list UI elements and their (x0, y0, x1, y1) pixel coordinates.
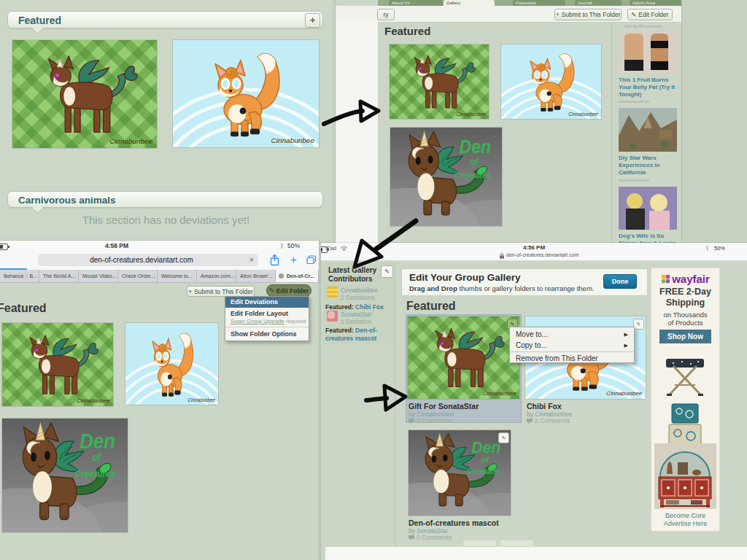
artwork-chibi-fox[interactable] (125, 323, 218, 405)
deviation-comments: 0 Comments (409, 534, 452, 541)
artwork-chibi-fox[interactable] (173, 40, 319, 147)
collage-canvas: Cinnabunbee (0, 0, 747, 560)
stop-loading-icon[interactable]: × (249, 255, 254, 264)
submit-to-folder-button[interactable]: + Submit to This Folder (554, 9, 622, 20)
ad-image-starwars[interactable] (619, 108, 677, 152)
artwork-plaid-creature[interactable] (390, 44, 489, 119)
browser-tab-active[interactable]: Den-of-Cr... (276, 270, 319, 282)
ad-image-fitness[interactable] (619, 31, 677, 74)
ads-divider (611, 22, 612, 252)
wayfair-logo: wayfair (651, 273, 719, 285)
pagination-stub[interactable] (500, 540, 533, 546)
edit-folder-button-pressed[interactable]: ✎ Edit Folder (266, 284, 311, 297)
ad-line2: Shipping (651, 298, 719, 308)
advertise-footer-line2[interactable]: Advertise Here (651, 520, 719, 527)
artwork-plaid-creature[interactable] (408, 316, 519, 399)
page-footer (325, 547, 747, 560)
deviation-context-menu: Move to... ▶ Copy to... ▶ Remove from Th… (509, 327, 635, 363)
featured-heading: Featured (384, 25, 430, 37)
edit-deviation-button[interactable]: ✎ (633, 319, 644, 330)
browser-tab[interactable]: Behance :: B... (0, 270, 39, 282)
artwork-den-mascot[interactable] (390, 128, 502, 226)
ad-line3: on Thousands (651, 311, 719, 319)
menu-item-copy-to[interactable]: Copy to... ▶ (510, 340, 634, 351)
menu-item-show-folder-options[interactable]: Show Folder Options (231, 330, 297, 338)
artwork-den-mascot[interactable] (409, 430, 511, 516)
artwork-chibi-fox[interactable] (501, 44, 601, 119)
artwork-den-mascot[interactable] (2, 419, 128, 532)
featured-deviation-link[interactable]: Chibi Fox (355, 303, 384, 311)
status-bar: iPad 4:56 PM den-of-creatures.deviantart… (321, 243, 747, 261)
empty-section-message: This section has no deviations yet! (0, 214, 332, 226)
browser-tab[interactable]: Amazon.com... (197, 270, 236, 282)
pagination-stub[interactable] (463, 540, 496, 546)
battery-icon (321, 246, 328, 253)
page-margin (336, 22, 379, 252)
browser-tab[interactable]: Alton Brown'... (236, 270, 276, 282)
edit-gallery-title: Edit Your Group Gallery (409, 272, 521, 283)
ad-image-couple[interactable] (619, 187, 677, 230)
new-tab-icon[interactable]: + (290, 253, 297, 265)
share-icon[interactable] (270, 254, 279, 266)
contributor-name[interactable]: SonataStar (341, 311, 372, 318)
status-url: den-of-creatures.deviantart.com (506, 252, 578, 257)
submit-to-folder-button[interactable]: + Submit to This Folder (187, 286, 255, 297)
tab-gallery[interactable]: Gallery (444, 0, 495, 6)
comment-bubble-icon (527, 419, 533, 424)
carnivorous-section-title: Carnivorous animals (18, 195, 116, 206)
deviation-card[interactable]: ✎ Den-of-creatures mascot by SonataStar … (409, 430, 511, 541)
wayfair-ad[interactable]: wayfair FREE 2-Day Shipping on Thousands… (651, 268, 719, 531)
menu-item-move-to[interactable]: Move to... ▶ (510, 329, 634, 340)
address-field[interactable]: den-of-creatures.deviantart.com × (38, 254, 258, 266)
tabs-icon[interactable] (306, 255, 317, 265)
battery-icon (0, 244, 8, 250)
advertise-footer-line1[interactable]: Become Core (651, 512, 719, 519)
featured-section-header[interactable]: Featured + (7, 11, 323, 28)
browser-tab[interactable]: Welcome to... (158, 270, 197, 282)
deviation-comments: 2 Comments (527, 417, 570, 424)
artwork-plaid-creature[interactable] (12, 40, 157, 148)
menu-item-edit-deviations[interactable]: Edit Deviations (225, 297, 309, 308)
deviation-card-selected[interactable]: ✎ Gift For SonataStar by Cinnabunbee 2 C… (406, 315, 521, 422)
address-url: den-of-creatures.deviantart.com (38, 256, 245, 264)
bluetooth-icon: ᛒ (280, 242, 284, 249)
tab-favourites[interactable]: Favourites (513, 0, 565, 6)
group-tab-bar: About Us Gallery Favourites Journal Admi… (378, 0, 681, 6)
gallery-toolbar: ry + Submit to This Folder ✎ Edit Folder (336, 6, 681, 23)
menu-item-remove-from-folder[interactable]: Remove from This Folder (510, 353, 634, 364)
shop-now-button[interactable]: Shop Now (659, 330, 711, 343)
avatar-cinnabunbee[interactable] (327, 287, 338, 298)
add-folder-button[interactable]: + (305, 13, 320, 28)
artwork-plaid-creature[interactable] (2, 323, 113, 406)
deviation-title[interactable]: Gift For SonataStar (409, 402, 479, 411)
menu-upgrade-note: Super Group Upgrade required (231, 318, 306, 324)
product-console-image (654, 443, 716, 509)
ad-headline[interactable]: This 1 Fruit Burns Your Belly Fat (Try I… (619, 77, 680, 98)
screenshot-bottom-right: iPad 4:56 PM den-of-creatures.deviantart… (321, 243, 747, 560)
tab-journal[interactable]: Journal (575, 0, 622, 6)
ad-line4: of Products (651, 319, 719, 327)
screenshot-top-right: About Us Gallery Favourites Journal Admi… (336, 0, 681, 252)
tab-admin-area[interactable]: Admin Area (630, 0, 681, 6)
gallery-breadcrumb-stub[interactable]: ry (377, 9, 395, 20)
deviation-title[interactable]: Chibi Fox (527, 402, 562, 411)
screenshot-top-left: Featured + Carnivorous animals This sect… (0, 0, 332, 241)
carnivorous-section-header[interactable]: Carnivorous animals (7, 191, 323, 208)
browser-tab[interactable]: The World A... (39, 270, 79, 282)
contributor-name[interactable]: Cinnabunbee (341, 287, 378, 294)
browser-tab[interactable]: Mouse Video... (79, 270, 118, 282)
edit-contributors-button[interactable]: ✎ (381, 265, 393, 278)
tab-about-us[interactable]: About Us (389, 0, 443, 6)
ad-headline[interactable]: Diy Star Wars Experiences in California (619, 155, 680, 176)
wayfair-flower-icon (661, 274, 670, 284)
edit-deviation-button[interactable]: ✎ (498, 432, 509, 443)
browser-tab[interactable]: Check Order... (118, 270, 158, 282)
deviation-title[interactable]: Den-of-creatures mascot (409, 518, 499, 527)
menu-item-edit-folder-layout[interactable]: Edit Folder Layout (231, 310, 288, 317)
super-group-upgrade-link[interactable]: Super Group Upgrade (231, 318, 285, 324)
wifi-icon (340, 245, 348, 251)
edit-folder-button[interactable]: ✎ Edit Folder (627, 9, 673, 20)
done-button[interactable]: Done (603, 274, 637, 289)
avatar-sonatastar[interactable] (327, 311, 338, 322)
menu-divider (510, 351, 634, 352)
